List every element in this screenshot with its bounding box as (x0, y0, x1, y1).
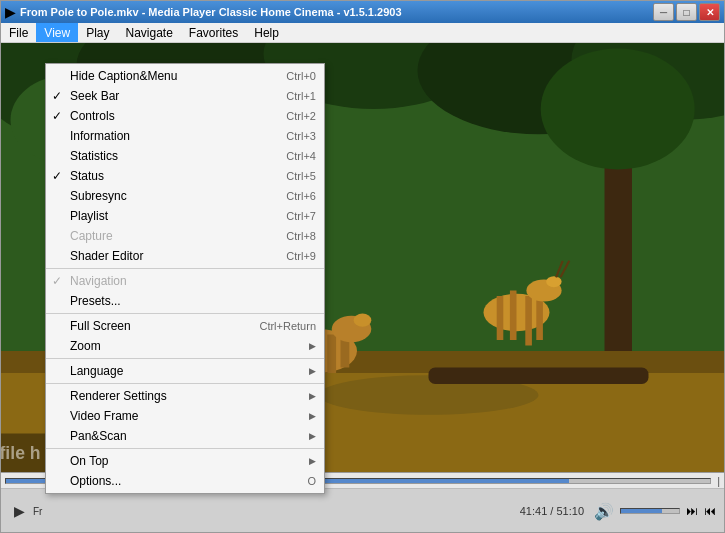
menu-favorites[interactable]: Favorites (181, 23, 246, 42)
volume-level (621, 509, 662, 513)
menu-item-navigation: ✓ Navigation (46, 271, 324, 291)
svg-rect-26 (497, 296, 504, 340)
menu-item-capture: Capture Ctrl+8 (46, 226, 324, 246)
app-icon: ▶ (5, 4, 16, 20)
menu-item-on-top[interactable]: On Top (46, 451, 324, 471)
menu-navigate[interactable]: Navigate (117, 23, 180, 42)
menu-item-renderer-settings[interactable]: Renderer Settings (46, 386, 324, 406)
svg-point-29 (546, 276, 561, 287)
menu-help[interactable]: Help (246, 23, 287, 42)
title-bar-buttons: ─ □ ✕ (653, 3, 720, 21)
svg-rect-24 (510, 291, 517, 341)
filename-short: Fr (33, 506, 42, 517)
menu-view[interactable]: View (36, 23, 78, 42)
menu-item-shader-editor[interactable]: Shader Editor Ctrl+9 (46, 246, 324, 266)
menu-item-statistics[interactable]: Statistics Ctrl+4 (46, 146, 324, 166)
svg-rect-27 (536, 296, 543, 340)
time-total: 51:10 (556, 505, 584, 517)
close-button[interactable]: ✕ (699, 3, 720, 21)
separator-1 (46, 268, 324, 269)
menu-file[interactable]: File (1, 23, 36, 42)
svg-rect-18 (327, 335, 336, 374)
menu-item-controls[interactable]: ✓ Controls Ctrl+2 (46, 106, 324, 126)
maximize-button[interactable]: □ (676, 3, 697, 21)
menu-play[interactable]: Play (78, 23, 117, 42)
menu-bar: File View Play Navigate Favorites Help (1, 23, 724, 43)
svg-rect-38 (429, 368, 649, 385)
menu-item-fullscreen[interactable]: Full Screen Ctrl+Return (46, 316, 324, 336)
time-display: 41:41 / 51:10 (520, 505, 584, 517)
svg-point-11 (541, 49, 695, 170)
menu-item-video-frame[interactable]: Video Frame (46, 406, 324, 426)
time-current: 41:41 (520, 505, 548, 517)
playback-controls: ▶ Fr 41:41 / 51:10 🔊 ⏭ ⏮ (1, 489, 724, 532)
separator-5 (46, 448, 324, 449)
svg-rect-25 (525, 296, 532, 346)
seek-marker: | (717, 475, 720, 487)
menu-item-presets[interactable]: Presets... (46, 291, 324, 311)
play-button[interactable]: ▶ (9, 501, 29, 521)
menu-item-options[interactable]: Options... O (46, 471, 324, 491)
window-title: From Pole to Pole.mkv - Media Player Cla… (20, 6, 653, 18)
volume-icon: 🔊 (594, 502, 614, 521)
minimize-button[interactable]: ─ (653, 3, 674, 21)
separator-2 (46, 313, 324, 314)
menu-item-language[interactable]: Language (46, 361, 324, 381)
menu-item-pan-scan[interactable]: Pan&Scan (46, 426, 324, 446)
skip-forward-icon[interactable]: ⏭ (686, 504, 698, 518)
menu-item-subresync[interactable]: Subresync Ctrl+6 (46, 186, 324, 206)
menu-item-zoom[interactable]: Zoom (46, 336, 324, 356)
separator-4 (46, 383, 324, 384)
svg-point-22 (354, 314, 372, 327)
skip-back-icon[interactable]: ⏮ (704, 504, 716, 518)
menu-item-seek-bar[interactable]: ✓ Seek Bar Ctrl+1 (46, 86, 324, 106)
content-area: file h orse.com | ▶ Fr 41:41 (1, 43, 724, 532)
menu-item-playlist[interactable]: Playlist Ctrl+7 (46, 206, 324, 226)
main-window: ▶ From Pole to Pole.mkv - Media Player C… (0, 0, 725, 533)
view-dropdown-menu: Hide Caption&Menu Ctrl+0 ✓ Seek Bar Ctrl… (45, 63, 325, 494)
menu-item-status[interactable]: ✓ Status Ctrl+5 (46, 166, 324, 186)
volume-slider[interactable] (620, 508, 680, 514)
separator-3 (46, 358, 324, 359)
menu-item-information[interactable]: Information Ctrl+3 (46, 126, 324, 146)
title-bar: ▶ From Pole to Pole.mkv - Media Player C… (1, 1, 724, 23)
menu-item-hide-caption[interactable]: Hide Caption&Menu Ctrl+0 (46, 66, 324, 86)
